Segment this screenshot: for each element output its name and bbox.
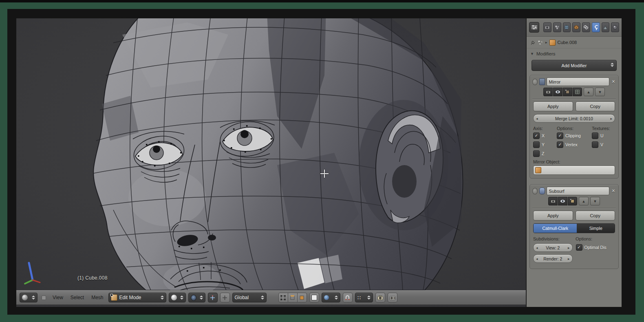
viewport-shading-dropdown[interactable] [169, 293, 186, 302]
render-toggle-camera-icon [551, 199, 556, 203]
node-tree-icon[interactable] [538, 40, 543, 45]
edge-select-button[interactable] [288, 293, 298, 302]
translate-manipulator-button[interactable] [220, 293, 230, 302]
subsurf-editmode-toggle[interactable] [568, 197, 577, 205]
subsurf-close-button[interactable]: ✕ [611, 188, 616, 194]
subdivision-type-segmented: Catmull-Clark Simple [533, 223, 615, 233]
tab-scene[interactable] [553, 22, 561, 32]
dropdown-arrows-icon [366, 296, 371, 300]
mirror-copy-button[interactable]: Copy [576, 101, 615, 111]
orientation-dropdown[interactable]: Global [232, 293, 267, 302]
tab-render[interactable] [543, 22, 551, 32]
mirror-editmode-toggle[interactable] [563, 88, 572, 96]
menu-collapse-toggle[interactable] [42, 296, 46, 300]
tab-object[interactable] [572, 22, 580, 32]
slider-right-arrow-icon[interactable]: ▸ [568, 246, 570, 250]
catmull-clark-button[interactable]: Catmull-Clark [534, 224, 577, 233]
dropdown-arrows-icon [159, 296, 164, 300]
mirror-name-field[interactable] [547, 77, 609, 86]
modifiers-panel-header[interactable]: ▼ Modifiers [527, 49, 622, 59]
add-modifier-button[interactable]: Add Modifier [532, 60, 617, 71]
mirror-close-button[interactable]: ✕ [611, 79, 616, 85]
add-modifier-label: Add Modifier [562, 63, 587, 68]
mirror-modifier-box: ✕ [529, 75, 619, 179]
tab-material[interactable] [611, 22, 619, 32]
properties-panel: ▸ Cube.008 ▼ Modifiers Add Modifier ✕ [526, 18, 622, 307]
tab-modifiers[interactable] [592, 22, 600, 32]
render-subdivisions-slider[interactable]: ◂ Render: 2 ▸ [533, 254, 573, 263]
viewport-3d[interactable]: (1) Cube.008 View Select Mesh Edit Mode [16, 18, 526, 307]
slider-left-arrow-icon[interactable]: ◂ [536, 246, 538, 250]
editor-type-properties-button[interactable] [529, 22, 539, 33]
menu-view[interactable]: View [50, 295, 66, 300]
clipping-checkbox[interactable]: ✓ Clipping [557, 132, 592, 139]
constraints-tab-chain-icon [583, 25, 589, 30]
axis-x-checkbox[interactable]: ✓ X [533, 132, 557, 139]
dropdown-arrows-icon [260, 296, 264, 300]
mirror-move-down-button[interactable]: ▼ [595, 88, 605, 96]
render-animation-icon [390, 296, 395, 300]
subsurf-apply-button[interactable]: Apply [533, 211, 573, 221]
vertex-groups-checkbox[interactable]: ✓ Vertex [557, 141, 592, 148]
mirror-object-field[interactable] [533, 165, 615, 175]
subsurf-modifier-icon [539, 187, 545, 194]
subsurf-copy-button[interactable]: Copy [576, 211, 615, 221]
mode-dropdown[interactable]: Edit Mode [108, 293, 166, 302]
checkbox-check-icon [592, 132, 598, 139]
tab-object-data[interactable] [602, 22, 610, 32]
view-subdivisions-slider[interactable]: ◂ View: 2 ▸ [533, 243, 573, 252]
world-tab-globe-icon [564, 25, 569, 30]
opengl-render-image-button[interactable] [375, 293, 385, 302]
pivot-point-dropdown[interactable] [188, 293, 205, 302]
manipulator-toggle-button[interactable] [208, 293, 218, 302]
proportional-edit-dropdown[interactable] [322, 293, 340, 302]
subsurf-move-down-button[interactable]: ▼ [590, 197, 600, 205]
face-select-button[interactable] [297, 293, 307, 302]
mirror-apply-button[interactable]: Apply [533, 101, 573, 111]
axis-y-checkbox[interactable]: Y [533, 141, 557, 148]
mirror-cage-toggle[interactable] [573, 88, 582, 96]
render-subdivisions-value: Render: 2 [543, 256, 562, 261]
subsurf-move-up-button[interactable]: ▲ [579, 197, 589, 205]
merge-limit-slider[interactable]: ◂ Merge Limit: 0.0010 ▸ [533, 114, 615, 123]
pin-icon[interactable] [530, 40, 536, 45]
slider-right-arrow-icon[interactable]: ▸ [568, 257, 570, 261]
vertex-select-button[interactable] [278, 293, 288, 302]
subsurf-render-toggle[interactable] [548, 197, 558, 205]
modifiers-panel-title: Modifiers [536, 51, 556, 56]
tab-world[interactable] [563, 22, 571, 32]
pivot-point-icon [191, 295, 196, 301]
checkbox-check-icon [533, 141, 540, 148]
snap-element-dropdown[interactable]: :: [355, 293, 373, 302]
subsurf-expand-button[interactable] [532, 188, 538, 194]
cage-toggle-icon [575, 90, 580, 94]
shading-sphere-icon [171, 295, 177, 300]
mirror-expand-button[interactable] [532, 79, 538, 85]
subsurf-name-field[interactable] [547, 187, 609, 195]
menu-select[interactable]: Select [68, 295, 86, 300]
occlude-geometry-icon [311, 295, 317, 300]
axis-z-checkbox[interactable]: Z [533, 150, 557, 157]
breadcrumb-object-name[interactable]: Cube.008 [558, 40, 577, 45]
slider-right-arrow-icon[interactable]: ▸ [610, 117, 612, 121]
subsurf-realtime-toggle[interactable] [558, 197, 567, 205]
mode-label: Edit Mode [119, 295, 141, 300]
snap-toggle-button[interactable] [343, 293, 353, 302]
tab-constraints[interactable] [582, 22, 590, 32]
mirror-realtime-toggle[interactable] [553, 88, 562, 96]
dropdown-arrows-icon [198, 296, 203, 300]
limit-selection-visible-button[interactable] [309, 293, 319, 302]
proportional-edit-icon [324, 295, 329, 300]
simple-button[interactable]: Simple [577, 224, 615, 233]
slider-left-arrow-icon[interactable]: ◂ [536, 117, 538, 121]
opengl-render-animation-button[interactable] [388, 293, 397, 302]
texture-v-checkbox[interactable]: V [592, 141, 603, 148]
menu-mesh[interactable]: Mesh [89, 295, 106, 300]
editor-type-button[interactable] [20, 293, 37, 302]
optimal-display-checkbox[interactable]: ✓ Optimal Dis [576, 244, 615, 251]
mirror-render-toggle[interactable] [543, 88, 553, 96]
mirror-move-up-button[interactable]: ▲ [584, 88, 593, 96]
texture-u-checkbox[interactable]: U [592, 132, 604, 139]
edit-mode-toggle-icon [570, 199, 575, 203]
slider-left-arrow-icon[interactable]: ◂ [536, 257, 538, 261]
